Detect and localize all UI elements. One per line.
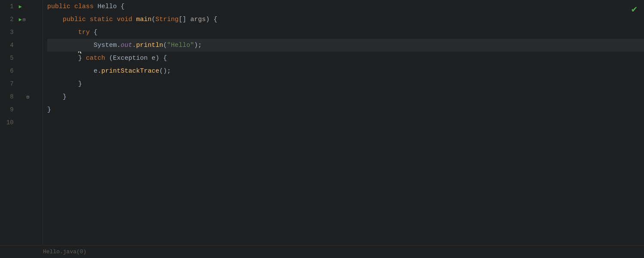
fold-icon-2[interactable]: ⊟ (23, 17, 26, 22)
code-line-7[interactable]: } (47, 77, 644, 90)
fold-icon-8[interactable]: ⊟ (27, 94, 30, 100)
code-token: ); (194, 42, 202, 49)
code-token: try (78, 29, 90, 36)
code-token: } (47, 80, 82, 88)
code-token: ( (152, 16, 155, 23)
code-token (47, 119, 51, 126)
code-line-6[interactable]: e.printStackTrace(); (47, 64, 644, 77)
code-token: { (90, 29, 97, 36)
line-number-6: 6 (0, 64, 17, 77)
code-token: } (47, 55, 86, 62)
code-token: public (63, 16, 90, 23)
code-token: println (136, 42, 163, 49)
code-token: catch (86, 55, 105, 62)
run-arrow-1[interactable]: ▶ (19, 3, 22, 10)
code-token: printStackTrace (101, 68, 159, 75)
line-number-9: 9 (0, 103, 17, 116)
line-controls-8: ⊟ (17, 94, 43, 100)
gutter-line-9: 9 (0, 103, 43, 116)
code-token: (); (159, 68, 171, 75)
gutter-line-8: 8 ⊟ (0, 90, 43, 103)
code-line-2[interactable]: public static void main(String[] args) { (47, 13, 644, 26)
run-arrow-2[interactable]: ▶ (19, 16, 22, 23)
code-line-10 (47, 116, 644, 129)
gutter-line-7: 7 (0, 77, 43, 90)
code-line-3[interactable]: try { (47, 26, 644, 39)
code-content[interactable]: ✔ public class Hello { public static voi… (43, 0, 644, 245)
code-token (47, 16, 63, 23)
code-token: out (121, 42, 132, 49)
code-token: public (47, 3, 74, 10)
code-token: ( (163, 42, 167, 49)
editor-container: 1 ▶ 2 ▶ ⊟ 3 4 5 (0, 0, 644, 258)
line-number-4: 4 (0, 39, 17, 52)
line-controls-1: ▶ (17, 3, 43, 10)
code-token: } (47, 93, 67, 101)
code-token: ( (105, 55, 113, 62)
code-token: String (155, 16, 179, 23)
code-area: 1 ▶ 2 ▶ ⊟ 3 4 5 (0, 0, 644, 245)
code-token: } (47, 106, 51, 114)
gutter-line-4: 4 (0, 39, 43, 52)
code-token: ) { (155, 55, 167, 62)
gutter-line-1: 1 ▶ (0, 0, 43, 13)
code-token: "Hello" (167, 42, 194, 49)
bottom-hint-text: Hello.java(0) (43, 249, 86, 255)
code-token: class (74, 3, 97, 10)
line-number-2: 2 (0, 13, 17, 26)
code-token (47, 29, 78, 36)
code-token: e (152, 55, 155, 62)
code-line-8[interactable]: } (47, 90, 644, 103)
code-token: args (190, 16, 206, 23)
code-token: ) { (206, 16, 217, 23)
code-line-9[interactable]: } (47, 103, 644, 116)
line-number-8: 8 (0, 90, 17, 103)
code-token: e. (47, 68, 101, 75)
gutter-line-2: 2 ▶ ⊟ (0, 13, 43, 26)
line-number-5: 5 (0, 52, 17, 64)
gutter: 1 ▶ 2 ▶ ⊟ 3 4 5 (0, 0, 43, 245)
gutter-line-10: 10 (0, 116, 43, 129)
gutter-line-3: 3 (0, 26, 43, 39)
line-number-3: 3 (0, 26, 17, 39)
line-number-7: 7 (0, 77, 17, 90)
code-line-4[interactable]: System.out.println("Hello"); (47, 39, 644, 52)
gutter-line-6: 6 (0, 64, 43, 77)
code-token: void (117, 16, 136, 23)
code-token: main (136, 16, 152, 23)
code-token: . (132, 42, 136, 49)
code-token: [] (179, 16, 190, 23)
code-token: static (90, 16, 117, 23)
line-number-10: 10 (0, 116, 17, 129)
code-line-5[interactable]: } catch (Exception e) { (47, 52, 644, 64)
code-token: Exception (113, 55, 152, 62)
code-token: System. (47, 42, 121, 49)
gutter-line-5: 5 (0, 52, 43, 64)
line-controls-2: ▶ ⊟ (17, 16, 43, 23)
code-token: Hello { (97, 3, 125, 10)
code-line-1[interactable]: public class Hello { (47, 0, 644, 13)
bottom-bar: Hello.java(0) (0, 245, 644, 258)
line-number-1: 1 (0, 0, 17, 13)
